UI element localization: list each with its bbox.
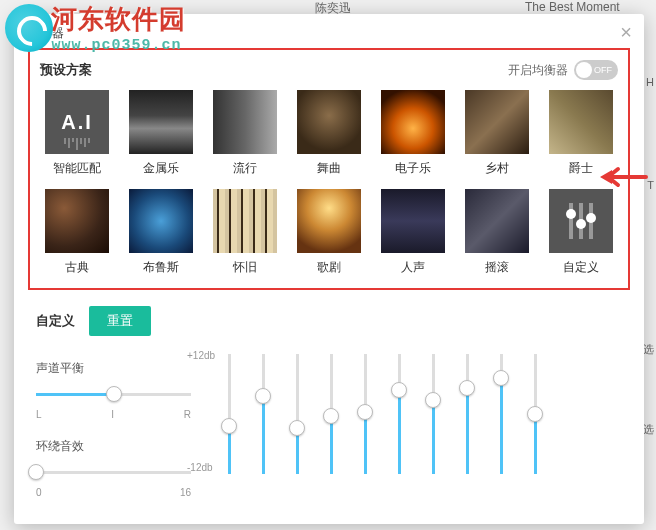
preset-blues[interactable]: 布鲁斯 xyxy=(124,189,198,276)
panel-title: 均衡器 xyxy=(28,26,64,40)
custom-body: 声道平衡 L I R 环绕音效 xyxy=(36,350,622,516)
preset-label: 流行 xyxy=(208,160,282,177)
preset-thumb-blues xyxy=(129,189,193,253)
preset-custom[interactable]: 自定义 xyxy=(544,189,618,276)
eq-band-6[interactable] xyxy=(391,354,407,474)
preset-vocal[interactable]: 人声 xyxy=(376,189,450,276)
preset-metal[interactable]: 金属乐 xyxy=(124,90,198,177)
preset-section: 预设方案 开启均衡器 OFF A.I智能匹配金属乐流行舞曲电子乐乡村爵士古典布鲁… xyxy=(28,48,630,290)
preset-label: 金属乐 xyxy=(124,160,198,177)
preset-label: 舞曲 xyxy=(292,160,366,177)
annotation-arrow-icon xyxy=(596,165,648,189)
balance-ticks: L I R xyxy=(36,409,191,420)
preset-label: 摇滚 xyxy=(460,259,534,276)
preset-thumb-country xyxy=(465,90,529,154)
eq-band-5[interactable] xyxy=(357,354,373,474)
preset-thumb-vocal xyxy=(381,189,445,253)
balance-tick-left: L xyxy=(36,409,42,420)
reset-button[interactable]: 重置 xyxy=(89,306,151,336)
side-text-3: 选 xyxy=(643,342,654,357)
surround-control: 环绕音效 0 16 xyxy=(36,438,191,498)
eq-toggle-label: 开启均衡器 xyxy=(508,62,568,79)
preset-rock[interactable]: 摇滚 xyxy=(460,189,534,276)
preset-thumb-jazz xyxy=(549,90,613,154)
side-text-4: 选 xyxy=(643,422,654,437)
preset-thumb-opera xyxy=(297,189,361,253)
preset-thumb-rock xyxy=(465,189,529,253)
eq-band-8[interactable] xyxy=(459,354,475,474)
surround-slider[interactable] xyxy=(36,461,191,483)
bg-album: The Best Moment xyxy=(525,0,620,14)
preset-pop[interactable]: 流行 xyxy=(208,90,282,177)
preset-opera[interactable]: 歌剧 xyxy=(292,189,366,276)
eq-band-4[interactable] xyxy=(323,354,339,474)
eq-toggle[interactable]: OFF xyxy=(574,60,618,80)
preset-label: 古典 xyxy=(40,259,114,276)
custom-section: 自定义 重置 声道平衡 L I R xyxy=(14,298,644,516)
preset-grid: A.I智能匹配金属乐流行舞曲电子乐乡村爵士古典布鲁斯怀旧歌剧人声摇滚自定义 xyxy=(40,90,618,276)
surround-ticks: 0 16 xyxy=(36,487,191,498)
preset-title: 预设方案 xyxy=(40,61,92,79)
preset-thumb-oldie xyxy=(213,189,277,253)
preset-label: 电子乐 xyxy=(376,160,450,177)
preset-header: 预设方案 开启均衡器 OFF xyxy=(40,60,618,80)
left-controls: 声道平衡 L I R 环绕音效 xyxy=(36,350,191,516)
preset-label: 人声 xyxy=(376,259,450,276)
preset-thumb-pop xyxy=(213,90,277,154)
equalizer-panel: 均衡器 × 预设方案 开启均衡器 OFF A.I智能匹配金属乐流行舞曲电子乐乡村… xyxy=(14,14,644,524)
balance-label: 声道平衡 xyxy=(36,360,191,377)
eq-band-1[interactable] xyxy=(221,354,237,474)
eq-band-2[interactable] xyxy=(255,354,271,474)
preset-label: 自定义 xyxy=(544,259,618,276)
close-button[interactable]: × xyxy=(620,22,632,42)
preset-elec[interactable]: 电子乐 xyxy=(376,90,450,177)
balance-tick-right: R xyxy=(184,409,191,420)
surround-tick-max: 16 xyxy=(180,487,191,498)
preset-jazz[interactable]: 爵士 xyxy=(544,90,618,177)
db-label-bottom: -12db xyxy=(187,462,213,473)
custom-header: 自定义 重置 xyxy=(36,306,622,336)
preset-label: 歌剧 xyxy=(292,259,366,276)
eq-band-10[interactable] xyxy=(527,354,543,474)
preset-label: 布鲁斯 xyxy=(124,259,198,276)
balance-slider[interactable] xyxy=(36,383,191,405)
custom-title: 自定义 xyxy=(36,312,75,330)
preset-ai[interactable]: A.I智能匹配 xyxy=(40,90,114,177)
eq-band-9[interactable] xyxy=(493,354,509,474)
preset-label: 怀旧 xyxy=(208,259,282,276)
preset-thumb-dance xyxy=(297,90,361,154)
balance-control: 声道平衡 L I R xyxy=(36,360,191,420)
balance-tick-mid: I xyxy=(111,409,114,420)
preset-classic[interactable]: 古典 xyxy=(40,189,114,276)
eq-toggle-group: 开启均衡器 OFF xyxy=(508,60,618,80)
preset-thumb-ai: A.I xyxy=(45,90,109,154)
db-label-top: +12db xyxy=(187,350,215,361)
preset-label: 智能匹配 xyxy=(40,160,114,177)
side-text-1: H xyxy=(646,76,654,88)
preset-oldie[interactable]: 怀旧 xyxy=(208,189,282,276)
eq-band-3[interactable] xyxy=(289,354,305,474)
preset-label: 乡村 xyxy=(460,160,534,177)
svg-marker-0 xyxy=(600,170,612,184)
preset-thumb-metal xyxy=(129,90,193,154)
eq-band-sliders: +12db -12db xyxy=(221,350,622,516)
preset-thumb-custom xyxy=(549,189,613,253)
preset-dance[interactable]: 舞曲 xyxy=(292,90,366,177)
surround-tick-min: 0 xyxy=(36,487,42,498)
preset-country[interactable]: 乡村 xyxy=(460,90,534,177)
preset-thumb-elec xyxy=(381,90,445,154)
eq-band-7[interactable] xyxy=(425,354,441,474)
preset-thumb-classic xyxy=(45,189,109,253)
surround-label: 环绕音效 xyxy=(36,438,191,455)
panel-header: 均衡器 × xyxy=(14,14,644,48)
